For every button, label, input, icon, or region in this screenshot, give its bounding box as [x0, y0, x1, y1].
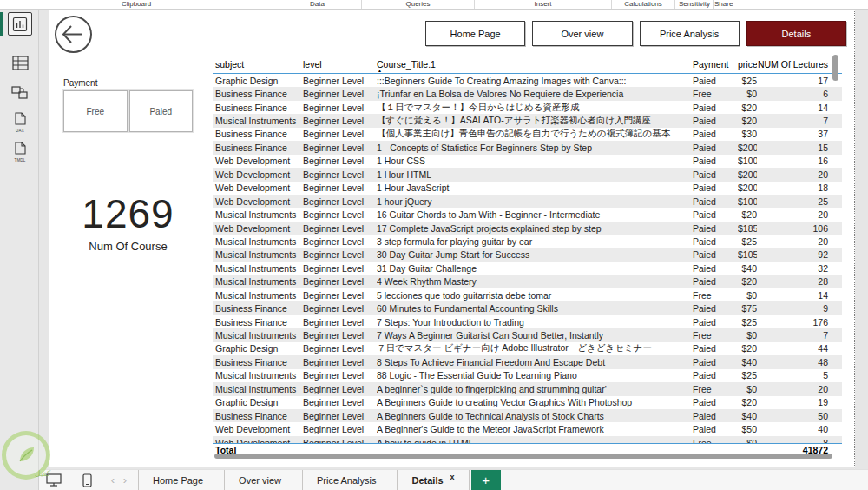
- table-row[interactable]: Graphic Design Beginner Level A Beginner…: [213, 396, 842, 409]
- table-row[interactable]: Musical Instruments Beginner Level A beg…: [213, 382, 842, 395]
- table-row[interactable]: Web Development Beginner Level 17 Comple…: [213, 222, 842, 235]
- cell-payment: Paied: [693, 209, 738, 220]
- cell-subject: Business Finance: [213, 411, 303, 421]
- ribbon-group[interactable]: Data: [273, 0, 362, 9]
- cell-course-title: 5 lecciones que todo guitarrista debe to…: [377, 290, 693, 301]
- cell-payment: Paied: [693, 317, 738, 328]
- ribbon-group[interactable]: Queries: [362, 0, 475, 9]
- table-row[interactable]: Graphic Design Beginner Level :::Beginne…: [213, 74, 842, 87]
- table-row[interactable]: Business Finance Beginner Level 60 Minut…: [213, 301, 842, 315]
- cell-price: $0: [738, 89, 757, 99]
- add-page-button[interactable]: +: [471, 470, 501, 490]
- dax-document-icon: [13, 112, 27, 127]
- report-view-button[interactable]: [8, 12, 32, 36]
- cell-course-title: 88 Logic - The Essential Guide To Learni…: [377, 370, 693, 381]
- cell-level: Beginner Level: [303, 330, 377, 341]
- ribbon-group[interactable]: Sensitivity: [675, 0, 714, 9]
- ribbon-group-label: Clipboard: [122, 0, 151, 9]
- desktop-layout-button[interactable]: [43, 471, 65, 490]
- app-window: Clipboard Data Queries Insert Calculatio…: [0, 0, 868, 490]
- table-row[interactable]: Musical Instruments Beginner Level 30 Da…: [213, 248, 842, 262]
- nav-button[interactable]: Home Page: [425, 21, 525, 46]
- page-tab[interactable]: Over view: [224, 470, 302, 490]
- nav-button[interactable]: Price Analysis: [640, 21, 740, 46]
- table-row[interactable]: Musical Instruments Beginner Level 3 ste…: [213, 235, 842, 248]
- next-page-chevron[interactable]: ›: [119, 472, 131, 489]
- cell-course-title: A how to guide in HTML: [377, 438, 693, 443]
- table-row[interactable]: Business Finance Beginner Level 【個人事業主向け…: [213, 128, 842, 141]
- nav-button[interactable]: Details: [746, 21, 846, 46]
- table-row[interactable]: Musical Instruments Beginner Level 【すぐに覚…: [213, 114, 842, 127]
- page-tab[interactable]: Home Page: [138, 470, 224, 490]
- ribbon-group[interactable]: Share: [714, 0, 733, 9]
- slicer-option-button[interactable]: Paied: [129, 90, 194, 132]
- close-page-icon[interactable]: x: [450, 473, 455, 481]
- cell-lectures: 44: [757, 343, 835, 354]
- cell-price: $30: [738, 129, 757, 139]
- cell-payment: Paied: [693, 276, 738, 287]
- column-header-level[interactable]: level: [303, 59, 377, 70]
- tmdl-document-icon: [13, 142, 27, 156]
- table-row[interactable]: Web Development Beginner Level 1 Hour CS…: [213, 155, 842, 168]
- ribbon-group[interactable]: Calculations: [612, 0, 675, 9]
- cell-price: $25: [738, 317, 757, 328]
- table-row[interactable]: Musical Instruments Beginner Level 16 Gu…: [213, 208, 842, 221]
- table-row[interactable]: Business Finance Beginner Level 7 Steps:…: [213, 315, 842, 328]
- table-row[interactable]: Business Finance Beginner Level 8 Steps …: [213, 355, 842, 368]
- cell-level: Beginner Level: [303, 411, 377, 421]
- previous-page-chevron[interactable]: ‹: [107, 472, 119, 489]
- dax-query-view-button[interactable]: DAX: [8, 110, 32, 134]
- table-row[interactable]: Musical Instruments Beginner Level 4 Wee…: [213, 275, 842, 288]
- cell-payment: Paied: [693, 169, 738, 180]
- table-row[interactable]: Business Finance Beginner Level ¡Triunfa…: [213, 87, 842, 100]
- cell-lectures: 18: [757, 182, 835, 193]
- table-row[interactable]: Web Development Beginner Level A Beginne…: [213, 422, 842, 435]
- column-header-payment[interactable]: Payment: [693, 59, 738, 70]
- cell-subject: Web Development: [213, 424, 303, 434]
- table-row[interactable]: Business Finance Beginner Level 1 - Conc…: [213, 141, 842, 154]
- cell-lectures: 9: [757, 303, 835, 314]
- cell-level: Beginner Level: [303, 142, 377, 153]
- ribbon-group[interactable]: Insert: [475, 0, 612, 9]
- table-row[interactable]: Musical Instruments Beginner Level 88 Lo…: [213, 369, 842, 382]
- cell-subject: Web Development: [213, 182, 303, 193]
- mobile-layout-button[interactable]: [76, 471, 98, 490]
- slicer-option-button[interactable]: Free: [63, 90, 128, 132]
- nav-button[interactable]: Over view: [532, 21, 632, 46]
- table-row[interactable]: Musical Instruments Beginner Level 5 lec…: [213, 288, 842, 301]
- cell-payment: Paied: [693, 343, 738, 354]
- cell-level: Beginner Level: [303, 290, 377, 301]
- page-tab[interactable]: Details x: [397, 470, 469, 490]
- table-row[interactable]: Web Development Beginner Level 1 Hour Ja…: [213, 182, 842, 195]
- table-row[interactable]: Web Development Beginner Level 1 hour jQ…: [213, 195, 842, 208]
- back-button[interactable]: [54, 15, 93, 54]
- column-header-subject[interactable]: subject: [213, 59, 303, 70]
- tmdl-view-button[interactable]: TMDL: [8, 140, 32, 163]
- num-of-course-card: 1269 Num Of Course: [65, 193, 191, 253]
- model-view-button[interactable]: [8, 81, 32, 104]
- page-tab[interactable]: Price Analysis: [302, 470, 397, 490]
- table-row[interactable]: Musical Instruments Beginner Level 31 Da…: [213, 262, 842, 275]
- column-header-course-title[interactable]: Course_Title.1: [377, 59, 693, 70]
- column-header-num-of-lectures[interactable]: NUM Of Lectures: [757, 59, 835, 70]
- table-row[interactable]: Graphic Design Beginner Level ７日でマスター ビギ…: [213, 342, 842, 355]
- cell-subject: Musical Instruments: [213, 330, 303, 341]
- vertical-scrollbar[interactable]: [832, 55, 838, 81]
- column-header-price[interactable]: price: [738, 59, 757, 70]
- table-row[interactable]: Business Finance Beginner Level A Beginn…: [213, 409, 842, 422]
- table-row[interactable]: Business Finance Beginner Level 【１日でマスター…: [213, 101, 842, 114]
- ribbon-group[interactable]: Clipboard: [0, 0, 273, 9]
- cell-subject: Business Finance: [213, 103, 303, 113]
- slicer-option-label: Paied: [149, 107, 172, 116]
- table-row[interactable]: Web Development Beginner Level A how to …: [213, 436, 842, 443]
- cell-payment: Paied: [693, 129, 738, 139]
- table-row[interactable]: Musical Instruments Beginner Level 7 Way…: [213, 328, 842, 341]
- table-view-button[interactable]: [8, 51, 32, 75]
- table-row[interactable]: Web Development Beginner Level 1 Hour HT…: [213, 168, 842, 181]
- cell-course-title: ¡Triunfar en La Bolsa de Valores No Requ…: [377, 89, 693, 99]
- cell-subject: Musical Instruments: [213, 384, 303, 394]
- cell-lectures: 20: [757, 384, 835, 394]
- cell-price: $200: [738, 142, 757, 153]
- horizontal-scrollbar[interactable]: [214, 454, 832, 459]
- dax-icon-label: DAX: [10, 129, 30, 133]
